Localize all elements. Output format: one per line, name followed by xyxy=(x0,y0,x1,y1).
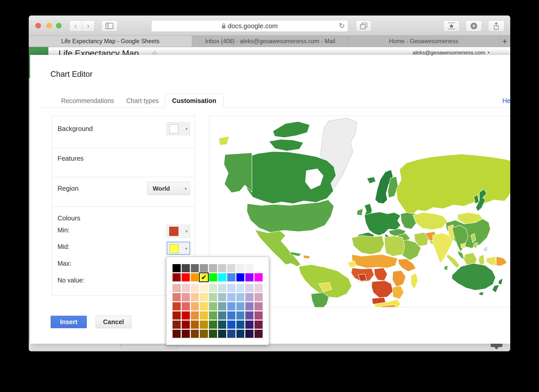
palette-color[interactable] xyxy=(182,273,190,281)
palette-color[interactable] xyxy=(236,302,245,310)
address-bar[interactable]: docs.google.com ↻ xyxy=(151,20,348,32)
palette-color[interactable] xyxy=(254,264,263,272)
palette-color[interactable] xyxy=(218,264,226,272)
palette-color[interactable] xyxy=(173,273,181,281)
palette-color[interactable] xyxy=(254,293,263,301)
palette-color[interactable] xyxy=(209,264,217,272)
tab-mail-inbox[interactable]: Inbox (408) - aleks@geoawesomeness.com -… xyxy=(192,36,348,47)
tab-overview-button[interactable] xyxy=(356,20,372,32)
palette-color[interactable] xyxy=(200,302,208,310)
palette-color[interactable] xyxy=(236,293,245,301)
insert-button[interactable]: Insert xyxy=(51,316,87,328)
palette-color[interactable] xyxy=(191,293,199,301)
tab-chart-types[interactable]: Chart types xyxy=(126,97,159,104)
palette-color[interactable] xyxy=(200,311,208,320)
palette-color[interactable] xyxy=(173,311,181,320)
zoom-button[interactable] xyxy=(56,23,62,28)
palette-color[interactable] xyxy=(182,321,190,329)
palette-color[interactable] xyxy=(191,284,199,292)
palette-color[interactable] xyxy=(191,273,199,281)
palette-color[interactable] xyxy=(218,311,226,320)
region-dropdown[interactable]: World ▾ xyxy=(147,182,190,195)
palette-color[interactable] xyxy=(245,321,253,329)
share-button[interactable] xyxy=(488,20,504,32)
palette-color[interactable] xyxy=(254,330,263,338)
palette-color[interactable] xyxy=(191,302,199,310)
palette-color[interactable] xyxy=(227,284,235,292)
palette-color[interactable] xyxy=(182,284,190,292)
comment-bubble-icon[interactable] xyxy=(491,344,502,347)
palette-color[interactable] xyxy=(227,293,235,301)
palette-color[interactable] xyxy=(191,264,199,272)
palette-color[interactable] xyxy=(254,284,263,292)
palette-color[interactable] xyxy=(236,311,245,320)
palette-color[interactable] xyxy=(245,264,253,272)
palette-color[interactable] xyxy=(173,321,181,329)
palette-color[interactable] xyxy=(191,311,199,320)
palette-color[interactable] xyxy=(227,311,235,320)
palette-color[interactable] xyxy=(209,321,217,329)
minimize-button[interactable] xyxy=(46,23,52,28)
palette-color[interactable] xyxy=(191,330,199,338)
palette-color[interactable] xyxy=(227,273,235,281)
palette-color[interactable] xyxy=(218,293,226,301)
downloads-button[interactable] xyxy=(466,20,482,32)
palette-color[interactable] xyxy=(245,311,253,320)
new-tab-button[interactable]: + xyxy=(499,36,510,47)
palette-color[interactable] xyxy=(209,311,217,320)
back-button[interactable]: ‹ xyxy=(69,21,82,31)
palette-color[interactable] xyxy=(236,330,245,338)
refresh-icon[interactable]: ↻ xyxy=(339,22,345,30)
palette-color[interactable] xyxy=(227,321,235,329)
palette-color[interactable] xyxy=(236,264,245,272)
favorites-button[interactable] xyxy=(443,20,460,32)
palette-color[interactable] xyxy=(218,330,226,338)
close-button[interactable] xyxy=(35,23,41,28)
palette-color[interactable] xyxy=(227,302,235,310)
palette-color[interactable] xyxy=(209,293,217,301)
palette-color[interactable] xyxy=(191,321,199,329)
palette-color[interactable] xyxy=(173,330,181,338)
palette-color[interactable] xyxy=(182,302,190,310)
palette-color[interactable] xyxy=(245,273,253,281)
palette-color[interactable] xyxy=(218,273,226,281)
palette-color[interactable] xyxy=(218,284,226,292)
palette-color[interactable] xyxy=(182,293,190,301)
palette-color[interactable] xyxy=(209,273,217,281)
palette-color[interactable] xyxy=(200,284,208,292)
background-color-dropdown[interactable]: ▾ xyxy=(167,122,190,135)
palette-color[interactable] xyxy=(209,302,217,310)
tab-customisation[interactable]: Customisation xyxy=(165,94,223,108)
palette-color[interactable] xyxy=(236,273,245,281)
doc-star-icon[interactable]: ☆ xyxy=(151,49,158,55)
palette-color[interactable] xyxy=(254,321,263,329)
palette-color[interactable] xyxy=(254,302,263,310)
palette-color[interactable] xyxy=(200,264,208,272)
palette-color[interactable] xyxy=(209,284,217,292)
palette-color[interactable] xyxy=(227,264,235,272)
tab-recommendations[interactable]: Recommendations xyxy=(61,97,114,104)
help-link[interactable]: Help xyxy=(502,97,510,104)
tab-google-sheets[interactable]: Life Expectancy Map - Google Sheets xyxy=(29,36,192,47)
palette-color[interactable] xyxy=(200,321,208,329)
mid-color-dropdown[interactable]: ▾ xyxy=(167,242,190,255)
palette-color[interactable] xyxy=(173,293,181,301)
palette-color[interactable] xyxy=(245,293,253,301)
palette-color[interactable] xyxy=(182,311,190,320)
palette-color[interactable] xyxy=(173,284,181,292)
palette-color[interactable] xyxy=(200,293,208,301)
palette-color[interactable] xyxy=(218,302,226,310)
palette-color[interactable] xyxy=(182,330,190,338)
palette-color[interactable] xyxy=(245,302,253,310)
palette-color-selected[interactable]: ✔ xyxy=(200,273,208,281)
palette-color[interactable] xyxy=(254,311,263,320)
account-menu[interactable]: aleks@geoawesomeness.com ▼ xyxy=(413,50,490,56)
palette-color[interactable] xyxy=(173,264,181,272)
sidebar-toggle-button[interactable] xyxy=(101,20,118,32)
min-color-dropdown[interactable]: ▾ xyxy=(167,225,190,238)
palette-color[interactable] xyxy=(218,321,226,329)
forward-button[interactable]: › xyxy=(82,21,94,31)
palette-color[interactable] xyxy=(245,284,253,292)
palette-color[interactable] xyxy=(209,330,217,338)
palette-color[interactable] xyxy=(173,302,181,310)
